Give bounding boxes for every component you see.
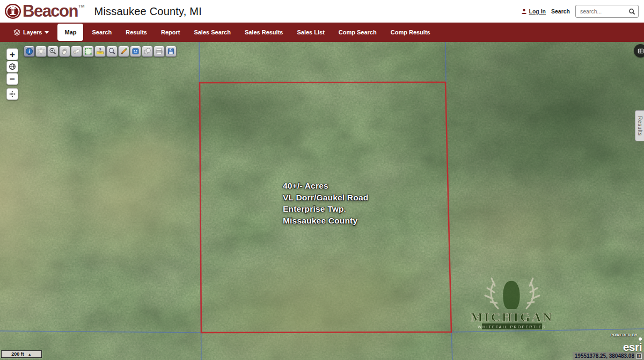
tab-comp-search[interactable]: Comp Search xyxy=(332,23,384,42)
results-tab-label: Results xyxy=(637,116,643,136)
tab-sales-search[interactable]: Sales Search xyxy=(187,23,238,42)
select-area-tool-button[interactable] xyxy=(83,46,94,57)
pan-tool-button[interactable] xyxy=(59,46,70,57)
esri-logo: esri xyxy=(611,343,642,351)
floppy-icon xyxy=(167,47,175,55)
main-navbar: Layers Map Search Results Report Sales S… xyxy=(0,23,644,42)
markup-tool-button[interactable] xyxy=(118,46,129,57)
annotation-line-township: Enterprise Twp. xyxy=(283,203,368,215)
buffer-tool-button[interactable] xyxy=(142,46,153,57)
beacon-logo-group[interactable]: Beacon TM xyxy=(4,2,85,21)
eraser-icon xyxy=(72,47,80,55)
globe-icon xyxy=(9,63,16,70)
powered-by-label: POWERED BY xyxy=(611,333,638,337)
annotation-line-acres: 40+/- Acres xyxy=(283,180,368,192)
layers-menu[interactable]: Layers xyxy=(6,23,56,42)
select-point-tool-button[interactable] xyxy=(35,46,47,57)
layers-label: Layers xyxy=(23,29,42,35)
hand-icon xyxy=(61,47,69,55)
plus-icon: + xyxy=(10,50,15,59)
login-label[interactable]: Log In xyxy=(529,8,546,15)
corner-widget-button[interactable] xyxy=(634,44,644,57)
beacon-app: Beacon TM Missaukee County, MI Log In Se… xyxy=(0,0,644,360)
zoom-selection-tool-button[interactable] xyxy=(47,46,58,57)
coordinates-toggle-icon[interactable]: + xyxy=(636,354,642,359)
print-tool-button[interactable] xyxy=(153,46,165,57)
tab-search[interactable]: Search xyxy=(85,23,119,42)
zoom-out-button[interactable]: − xyxy=(6,73,18,85)
tab-report[interactable]: Report xyxy=(154,23,187,42)
marquee-icon xyxy=(84,47,92,55)
magnifier-icon xyxy=(108,47,116,55)
tab-comp-results[interactable]: Comp Results xyxy=(384,23,437,42)
pencil-icon xyxy=(120,47,128,55)
circles-icon xyxy=(143,47,151,55)
info-icon: i xyxy=(25,47,33,55)
header-actions: Log In Search xyxy=(521,5,639,18)
map-toolbar: i xyxy=(24,46,177,57)
tab-map[interactable]: Map xyxy=(57,24,83,41)
full-extent-button[interactable] xyxy=(6,61,18,73)
save-tool-button[interactable] xyxy=(165,46,177,57)
identify-results-tool-button[interactable] xyxy=(130,46,141,57)
page-title: Missaukee County, MI xyxy=(94,5,202,18)
annotation-line-county: Missaukee County xyxy=(283,215,368,227)
tab-sales-results[interactable]: Sales Results xyxy=(238,23,290,42)
printer-icon xyxy=(155,47,163,55)
scalebar-label: 200 ft xyxy=(11,351,24,357)
beacon-logo-icon xyxy=(4,3,21,20)
move-crosshair-icon xyxy=(9,90,16,98)
coordinates-readout: 19551378.25, 380483.08 + xyxy=(573,352,644,360)
measure-tool-button[interactable]: ? xyxy=(94,46,106,57)
zoom-window-tool-button[interactable] xyxy=(106,46,118,57)
minus-icon: − xyxy=(10,75,15,84)
trademark: TM xyxy=(78,4,85,9)
tab-sales-list[interactable]: Sales List xyxy=(290,23,331,42)
search-icon[interactable] xyxy=(628,8,635,15)
michigan-silhouette xyxy=(503,281,519,309)
mini-map-icon xyxy=(638,48,644,54)
panel-icon xyxy=(131,47,140,55)
ruler-icon: ? xyxy=(96,47,104,55)
identify-tool-button[interactable]: i xyxy=(24,46,35,57)
watermark-title: MICHIGAN xyxy=(471,310,554,324)
zoom-plus-icon xyxy=(49,47,57,55)
starburst-icon xyxy=(37,47,45,55)
header-search-link[interactable]: Search xyxy=(551,8,570,15)
coordinates-value: 19551378.25, 380483.08 xyxy=(575,353,634,359)
scalebar[interactable]: 200 ft ▲ xyxy=(1,350,42,358)
triangle-up-icon: ▲ xyxy=(28,352,32,356)
search-input[interactable] xyxy=(580,8,628,15)
layers-icon xyxy=(13,29,20,35)
person-icon xyxy=(521,9,527,15)
zoom-in-button[interactable]: + xyxy=(6,48,18,60)
svg-text:i: i xyxy=(28,49,30,54)
brand-name: Beacon xyxy=(23,2,78,21)
results-side-tab[interactable]: Results xyxy=(635,110,644,141)
login-link[interactable]: Log In xyxy=(521,8,546,15)
watermark-subtitle: WHITETAIL PROPERTIES xyxy=(478,325,546,329)
search-box xyxy=(575,5,639,18)
chevron-down-icon xyxy=(45,31,49,34)
app-header: Beacon TM Missaukee County, MI Log In Se… xyxy=(0,0,644,23)
michigan-whitetail-watermark: MICHIGAN WHITETAIL PROPERTIES xyxy=(463,275,562,331)
annotation-line-road: VL Dorr/Gaukel Road xyxy=(283,192,368,204)
esri-attribution[interactable]: POWERED BY esri xyxy=(611,333,642,351)
eraser-tool-button[interactable] xyxy=(71,46,82,57)
pan-to-location-button[interactable] xyxy=(6,88,18,100)
property-annotation: 40+/- Acres VL Dorr/Gaukel Road Enterpri… xyxy=(283,180,368,226)
map-viewport[interactable]: MICHIGAN WHITETAIL PROPERTIES 40+/- Acre… xyxy=(0,42,644,360)
tab-results[interactable]: Results xyxy=(119,23,154,42)
